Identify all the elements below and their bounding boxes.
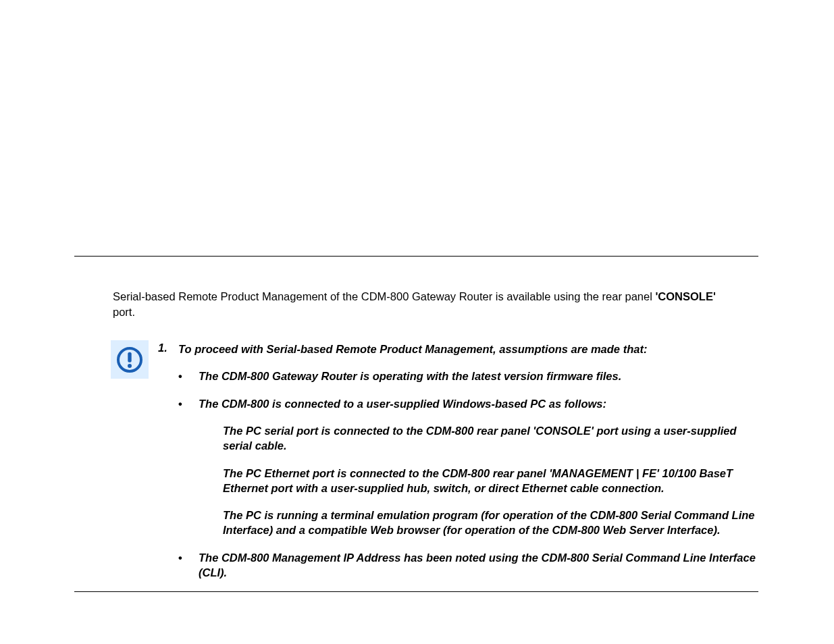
numbered-item-text: To proceed with Serial-based Remote Prod… <box>178 342 647 356</box>
note-block: 1. To proceed with Serial-based Remote P… <box>111 340 758 592</box>
assumption-bullet-list: • The CDM-800 Gateway Router is operatin… <box>158 369 758 411</box>
page-body: Serial-based Remote Product Management o… <box>74 256 758 592</box>
bullet-item: • The CDM-800 Gateway Router is operatin… <box>178 369 758 383</box>
intro-text-before: Serial-based Remote Product Management o… <box>113 290 655 302</box>
intro-text-after: port. <box>113 306 135 318</box>
bullet-item: • The CDM-800 is connected to a user-sup… <box>178 396 758 411</box>
numbered-item-1: 1. To proceed with Serial-based Remote P… <box>158 342 758 356</box>
svg-rect-1 <box>128 352 131 362</box>
number-marker: 1. <box>158 342 178 354</box>
intro-console-bold: 'CONSOLE' <box>655 290 715 302</box>
note-content: 1. To proceed with Serial-based Remote P… <box>149 340 758 592</box>
sub-item: The PC Ethernet port is connected to the… <box>223 466 758 496</box>
bullet-item: • The CDM-800 Management IP Address has … <box>178 550 758 581</box>
bullet-text: The CDM-800 Gateway Router is operating … <box>199 369 758 383</box>
sub-item: The PC serial port is connected to the C… <box>223 423 758 454</box>
bottom-horizontal-rule <box>74 591 758 592</box>
top-horizontal-rule <box>74 256 758 257</box>
svg-point-2 <box>128 364 132 368</box>
sub-assumption-list: The PC serial port is connected to the C… <box>158 423 758 538</box>
bullet-marker: • <box>178 550 199 565</box>
bullet-marker: • <box>178 396 199 411</box>
attention-icon <box>111 340 149 379</box>
intro-paragraph: Serial-based Remote Product Management o… <box>113 289 731 320</box>
bullet-text: The CDM-800 Management IP Address has be… <box>199 550 758 581</box>
bullet-text: The CDM-800 is connected to a user-suppl… <box>199 396 758 411</box>
sub-item: The PC is running a terminal emulation p… <box>223 508 758 538</box>
assumption-bullet-list-continued: • The CDM-800 Management IP Address has … <box>158 550 758 581</box>
bullet-marker: • <box>178 369 199 383</box>
